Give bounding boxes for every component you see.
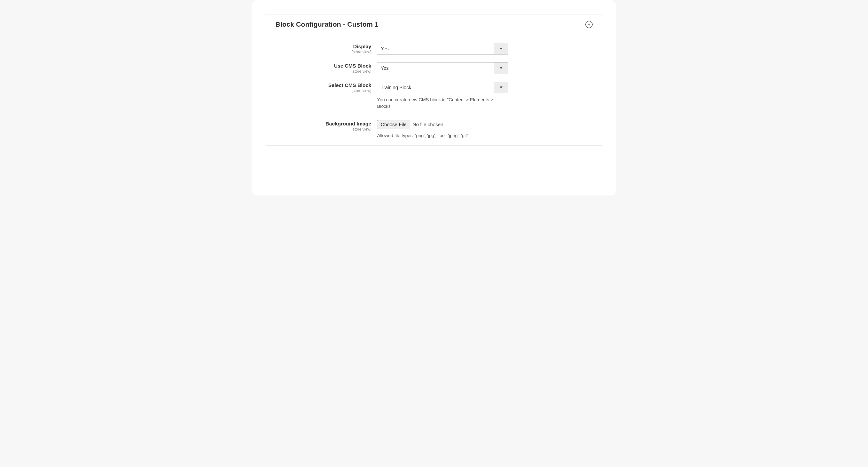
display-select-value: Yes bbox=[377, 43, 494, 54]
field-select-cms-block: Select CMS Block [store view] Training B… bbox=[275, 82, 593, 110]
chevron-down-icon bbox=[494, 82, 507, 93]
use-cms-block-scope: [store view] bbox=[275, 69, 371, 74]
chevron-down-icon bbox=[494, 43, 507, 54]
display-select[interactable]: Yes bbox=[377, 43, 508, 55]
file-chosen-status: No file chosen bbox=[413, 122, 443, 127]
outer-frame: Block Configuration - Custom 1 Display [… bbox=[252, 0, 616, 195]
select-cms-block-label: Select CMS Block bbox=[275, 82, 371, 88]
field-use-cms-block: Use CMS Block [store view] Yes bbox=[275, 62, 593, 74]
input-col: Yes bbox=[377, 43, 508, 55]
block-configuration-panel: Block Configuration - Custom 1 Display [… bbox=[265, 14, 603, 146]
choose-file-button[interactable]: Choose File bbox=[377, 120, 410, 129]
use-cms-block-select-value: Yes bbox=[377, 62, 494, 74]
panel-header: Block Configuration - Custom 1 bbox=[265, 15, 603, 31]
input-col: Training Block You can create new CMS bl… bbox=[377, 82, 508, 110]
label-col: Background Image [store view] bbox=[275, 120, 377, 131]
background-image-label: Background Image bbox=[275, 121, 371, 127]
svg-marker-0 bbox=[500, 48, 502, 50]
panel-title: Block Configuration - Custom 1 bbox=[275, 21, 378, 28]
select-cms-block-select-value: Training Block bbox=[377, 82, 494, 93]
use-cms-block-select[interactable]: Yes bbox=[377, 62, 508, 74]
select-cms-block-help: You can create new CMS block in "Content… bbox=[377, 97, 508, 110]
select-cms-block-scope: [store view] bbox=[275, 89, 371, 93]
field-background-image: Background Image [store view] Choose Fil… bbox=[275, 120, 593, 139]
chevron-up-icon bbox=[587, 24, 591, 26]
collapse-toggle-button[interactable] bbox=[585, 21, 593, 28]
background-image-scope: [store view] bbox=[275, 127, 371, 131]
select-cms-block-select[interactable]: Training Block bbox=[377, 82, 508, 93]
chevron-down-icon bbox=[494, 62, 507, 74]
input-col: Choose File No file chosen Allowed file … bbox=[377, 120, 508, 139]
use-cms-block-label: Use CMS Block bbox=[275, 63, 371, 69]
background-image-help: Allowed file types: 'png', 'jpg', 'jpe',… bbox=[377, 132, 508, 139]
display-label: Display bbox=[275, 43, 371, 50]
panel-body: Display [store view] Yes Use CMS Block bbox=[265, 31, 603, 145]
label-col: Use CMS Block [store view] bbox=[275, 62, 377, 74]
svg-marker-2 bbox=[500, 87, 502, 88]
input-col: Yes bbox=[377, 62, 508, 74]
file-input-row: Choose File No file chosen bbox=[377, 120, 508, 129]
field-display: Display [store view] Yes bbox=[275, 43, 593, 55]
label-col: Display [store view] bbox=[275, 43, 377, 54]
display-scope: [store view] bbox=[275, 50, 371, 54]
svg-marker-1 bbox=[500, 67, 502, 69]
label-col: Select CMS Block [store view] bbox=[275, 82, 377, 93]
